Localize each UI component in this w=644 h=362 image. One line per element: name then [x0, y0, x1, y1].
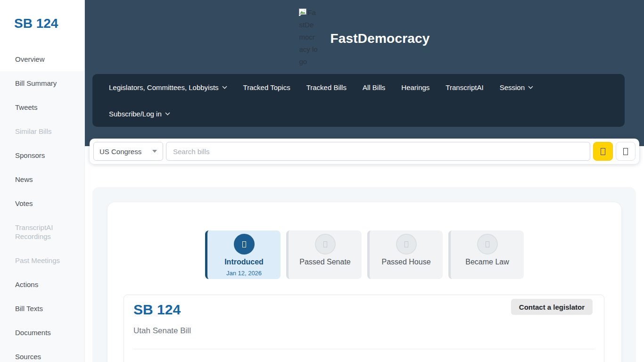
step-circle — [234, 234, 255, 255]
sidebar-item-overview[interactable]: Overview — [0, 47, 84, 71]
sidebar-nav: Overview Bill Summary Tweets Similar Bil… — [0, 47, 84, 362]
sidebar-item-sources[interactable]: Sources — [0, 345, 84, 362]
passed-house-icon — [405, 241, 408, 247]
nav-all-bills[interactable]: All Bills — [363, 83, 385, 91]
bookmark-icon — [623, 148, 628, 155]
brand: FastDemocracy logo FastDemocracy — [85, 7, 644, 68]
chevron-down-icon — [165, 112, 170, 115]
sidebar-bill-title: SB 124 — [14, 16, 84, 31]
sidebar-item-documents[interactable]: Documents — [0, 321, 84, 345]
search-bar: US Congress — [90, 139, 639, 164]
broken-image-icon — [299, 8, 306, 16]
sidebar-header: SB 124 — [0, 0, 84, 47]
sidebar-item-sponsors[interactable]: Sponsors — [0, 143, 84, 167]
bill-overview-card: Introduced Jan 12, 2026 Passed Senate Pa… — [107, 202, 621, 362]
introduced-icon — [242, 241, 246, 247]
progress-step-passed-senate: Passed Senate — [286, 230, 362, 279]
main-content: Introduced Jan 12, 2026 Passed Senate Pa… — [92, 187, 636, 362]
bill-details-card: SB 124 Utah Senate Bill Contact a legisl… — [124, 295, 604, 362]
contact-legislator-button[interactable]: Contact a legislator — [511, 299, 593, 315]
step-circle — [315, 234, 336, 255]
jurisdiction-select[interactable]: US Congress — [93, 142, 163, 161]
step-circle — [396, 234, 417, 255]
search-icon — [601, 148, 605, 155]
introduced-date: Jan 12, 2026 — [226, 270, 262, 277]
bill-progress-tracker: Introduced Jan 12, 2026 Passed Senate Pa… — [107, 202, 621, 279]
passed-senate-icon — [323, 241, 327, 247]
sidebar-item-similar-bills: Similar Bills — [0, 119, 84, 143]
logo-alt-text: FastDemocracy logo — [299, 8, 317, 66]
bill-type-text: Utah Senate Bill — [133, 326, 594, 336]
chevron-down-icon — [222, 86, 227, 89]
divider — [133, 349, 594, 349]
sidebar-item-votes[interactable]: Votes — [0, 191, 84, 215]
sidebar-item-news[interactable]: News — [0, 167, 84, 191]
nav-hearings[interactable]: Hearings — [401, 83, 429, 91]
jurisdiction-selected-value: US Congress — [99, 148, 141, 156]
progress-step-became-law: Became Law — [448, 230, 524, 279]
sidebar-item-transcriptai-recordings: TranscriptAI Recordings — [0, 215, 84, 248]
progress-step-passed-house: Passed House — [367, 230, 443, 279]
nav-tracked-topics[interactable]: Tracked Topics — [243, 83, 290, 91]
step-circle — [477, 234, 498, 255]
nav-row-2: Subscribe/Log in — [109, 100, 625, 127]
became-law-icon — [486, 241, 489, 247]
nav-legislators-committees-lobbyists[interactable]: Legislators, Committees, Lobbyists — [109, 83, 227, 91]
search-input[interactable] — [166, 142, 590, 161]
bookmark-button[interactable] — [616, 142, 636, 161]
search-button[interactable] — [593, 142, 613, 161]
main-nav: Legislators, Committees, Lobbyists Track… — [92, 74, 625, 127]
chevron-down-icon — [528, 86, 533, 89]
sidebar-item-bill-texts[interactable]: Bill Texts — [0, 296, 84, 321]
nav-transcriptai[interactable]: TranscriptAI — [446, 83, 483, 91]
nav-row-1: Legislators, Committees, Lobbyists Track… — [109, 74, 625, 100]
sidebar-item-bill-summary[interactable]: Bill Summary — [0, 71, 84, 95]
broken-logo-image: FastDemocracy logo — [299, 7, 318, 68]
nav-session[interactable]: Session — [500, 83, 533, 91]
sidebar: SB 124 Overview Bill Summary Tweets Simi… — [0, 0, 85, 362]
sidebar-item-actions[interactable]: Actions — [0, 272, 84, 296]
header: FastDemocracy logo FastDemocracy Legisla… — [85, 0, 644, 146]
select-caret-icon — [152, 150, 157, 153]
nav-tracked-bills[interactable]: Tracked Bills — [306, 83, 347, 91]
sidebar-item-past-meetings: Past Meetings — [0, 248, 84, 272]
brand-title-link[interactable]: FastDemocracy — [330, 31, 429, 46]
sidebar-item-tweets[interactable]: Tweets — [0, 95, 84, 119]
progress-step-introduced: Introduced Jan 12, 2026 — [205, 230, 281, 279]
nav-subscribe-login[interactable]: Subscribe/Log in — [109, 110, 170, 118]
